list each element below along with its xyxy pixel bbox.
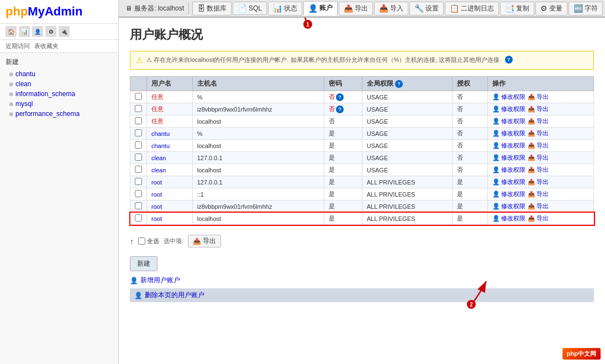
edit-icon: 👤 [492,105,500,113]
edit-icon: 👤 [492,142,500,149]
sidebar-item-mysql[interactable]: ⊕ mysql [0,99,118,109]
plugin-icon[interactable]: 🔌 [59,26,70,37]
row-checkbox[interactable] [135,105,142,112]
tab-settings[interactable]: 🔧 设置 [409,2,444,15]
table-row: 任意iz8vbbpm9wx01rfvm6lmhhz否?USAGE否👤修改权限📤导… [130,103,594,115]
edit-icon: 👤 [492,166,500,173]
row-checkbox[interactable] [135,93,142,100]
row-grant: 是 [453,201,488,213]
edit-privileges-link[interactable]: 👤修改权限 [492,117,525,125]
export-link[interactable]: 📤导出 [528,117,549,125]
user-icon[interactable]: 👤 [32,26,43,37]
export-link[interactable]: 📤导出 [528,178,549,186]
row-hostname: localhost [192,115,324,128]
col-hostname: 主机名 [192,77,324,91]
row-username: root [147,188,193,201]
edit-privileges-link[interactable]: 👤修改权限 [492,129,525,138]
monitor-icon: 🖥 [125,4,132,12]
row-checkbox[interactable] [135,202,142,209]
add-user-link[interactable]: 👤 新增用户账户 [130,276,594,285]
tab-db-label: 数据库 [207,4,227,13]
sidebar-item-chantu[interactable]: ⊕ chantu [0,69,118,79]
new-button[interactable]: 新建 [130,256,157,271]
warning-text: ⚠ 存在允许来自localhost的任何用户连接的用户帐户. 如果其帐户的主机部… [146,56,502,64]
db-name: chantu [15,70,35,78]
delete-user-section[interactable]: 👤 删除本页的用户账户 [130,288,594,302]
edit-privileges-link[interactable]: 👤修改权限 [492,105,525,113]
tab-account[interactable]: 👤 账户 [303,1,338,15]
edit-privileges-link[interactable]: 👤修改权限 [492,202,525,210]
edit-privileges-link[interactable]: 👤修改权限 [492,190,525,198]
export-link[interactable]: 📤导出 [528,154,549,162]
edit-icon: 👤 [492,178,500,186]
edit-privileges-link[interactable]: 👤修改权限 [492,154,525,162]
row-checkbox[interactable] [135,154,142,161]
tab-charset[interactable]: 🔤 字符 [569,2,603,15]
sidebar-item-performance-schema[interactable]: ⊕ performance_schema [0,109,118,119]
table-row: 任意localhost否USAGE否👤修改权限📤导出 [130,115,594,128]
row-password: 是 [324,128,362,140]
col-password: 密码 [324,77,362,91]
charset-tab-icon: 🔤 [574,4,583,13]
export-link[interactable]: 📤导出 [528,93,549,101]
tab-database[interactable]: 🗄 数据库 [192,2,232,15]
select-all-checkbox[interactable] [138,238,145,245]
password-info-icon[interactable]: ? [336,93,344,101]
password-info-icon[interactable]: ? [336,105,344,113]
sidebar-item-clean[interactable]: ⊕ clean [0,79,118,89]
sidebar-item-information-schema[interactable]: ⊕ information_schema [0,89,118,99]
db-icon[interactable]: 📊 [19,26,30,37]
edit-privileges-link[interactable]: 👤修改权限 [492,214,525,223]
row-grant: 否 [453,140,488,152]
row-checkbox[interactable] [135,141,142,149]
bookmarks-link[interactable]: 表收藏夹 [34,42,59,50]
export-link[interactable]: 📤导出 [528,105,549,113]
logo-admin: Admin [45,4,82,18]
row-privileges: ALL PRIVILEGES [362,176,452,188]
sidebar: phpMyAdmin 🏠 📊 👤 ⚙ 🔌 近期访问 表收藏夹 新建 ⊕ chan… [0,0,119,364]
tab-import[interactable]: 📥 导入 [374,2,408,15]
select-all-label[interactable]: 全选 [138,237,159,245]
export-link[interactable]: 📤导出 [528,166,549,174]
row-password: 否? [324,91,362,103]
row-hostname: 127.0.0.1 [192,176,324,188]
export-link[interactable]: 📤导出 [528,202,549,210]
delete-user-text: 删除本页的用户账户 [145,291,204,300]
tab-sql[interactable]: 📄 SQL [233,2,267,15]
row-actions: 👤修改权限📤导出 [487,164,593,176]
home-icon[interactable]: 🏠 [6,26,17,37]
export-link[interactable]: 📤导出 [528,141,549,150]
export-link[interactable]: 📤导出 [528,190,549,198]
row-password: 是 [324,152,362,164]
row-checkbox[interactable] [135,117,142,124]
topbar: 🖥 服务器: localhost 🗄 数据库 📄 SQL 📊 状态 👤 账户 📤… [119,0,605,18]
row-privileges: USAGE [362,128,452,140]
row-checkbox[interactable] [135,166,142,173]
help-icon[interactable]: ? [505,56,513,64]
row-checkbox[interactable] [135,214,142,221]
export-link[interactable]: 📤导出 [528,129,549,138]
edit-privileges-link[interactable]: 👤修改权限 [492,178,525,186]
tab-export[interactable]: 📤 导出 [339,2,373,15]
export-link[interactable]: 📤导出 [528,214,549,223]
edit-privileges-link[interactable]: 👤修改权限 [492,141,525,150]
row-username: 任意 [147,91,193,103]
tab-status[interactable]: 📊 状态 [268,2,302,15]
privileges-info-icon[interactable]: ? [395,80,403,88]
content-area: 1 用户账户概况 ⚠ ⚠ 存在允许来自localhost的任何用户连接的用户帐户… [119,18,605,364]
row-checkbox[interactable] [135,178,142,185]
expand-icon: ⊕ [9,101,13,107]
edit-icon: 👤 [492,93,500,101]
settings-icon[interactable]: ⚙ [45,26,56,37]
tab-copy[interactable]: 📑 复制 [500,2,534,15]
row-checkbox[interactable] [135,129,142,136]
sidebar-nav: 近期访问 表收藏夹 [0,40,118,53]
tab-variables[interactable]: ⚙ 变量 [535,2,567,15]
footer-export-btn[interactable]: 📤 导出 [188,235,221,247]
edit-privileges-link[interactable]: 👤修改权限 [492,93,525,101]
sidebar-new[interactable]: 新建 [0,55,118,69]
tab-binlog[interactable]: 📋 二进制日志 [445,2,499,15]
recent-visits-link[interactable]: 近期访问 [6,42,30,50]
row-checkbox[interactable] [135,190,142,197]
edit-privileges-link[interactable]: 👤修改权限 [492,166,525,174]
